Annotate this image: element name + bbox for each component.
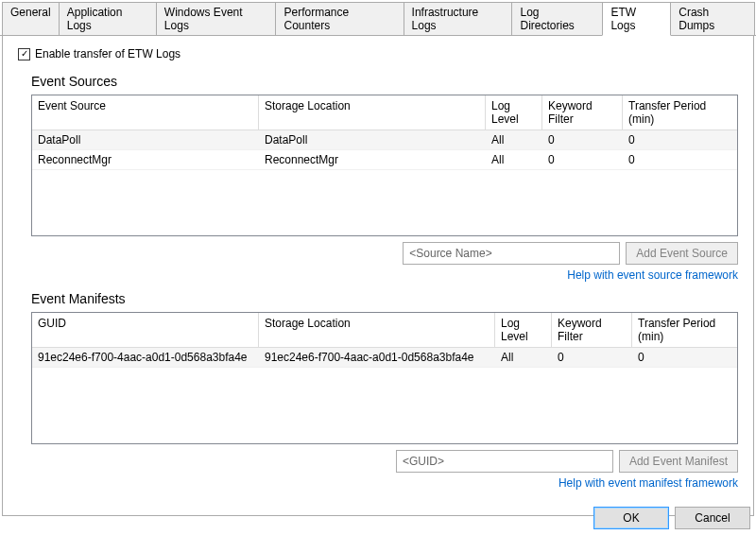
cell-period: 0 — [623, 130, 737, 149]
help-event-manifest-link[interactable]: Help with event manifest framework — [558, 476, 738, 490]
add-event-source-button[interactable]: Add Event Source — [626, 242, 738, 265]
tab-bar: General Application Logs Windows Event L… — [0, 0, 756, 36]
enable-transfer-checkbox[interactable]: ✓ — [18, 48, 30, 60]
event-sources-section: Event Sources Event Source Storage Locat… — [31, 74, 738, 282]
cell-keyword: 0 — [552, 348, 632, 367]
col-guid[interactable]: GUID — [32, 313, 259, 347]
cell-storage: DataPoll — [259, 130, 486, 149]
dialog-buttons: OK Cancel — [593, 507, 750, 529]
tab-windows-event-logs[interactable]: Windows Event Logs — [156, 2, 277, 35]
tab-application-logs[interactable]: Application Logs — [59, 2, 157, 35]
tab-etw-logs[interactable]: ETW Logs — [602, 2, 671, 36]
col-transfer-period[interactable]: Transfer Period (min) — [632, 313, 737, 347]
event-sources-header: Event Source Storage Location Log Level … — [32, 95, 737, 130]
table-row[interactable]: DataPoll DataPoll All 0 0 — [32, 130, 737, 150]
add-source-row: Add Event Source — [31, 242, 738, 265]
source-name-input[interactable] — [403, 242, 620, 265]
cell-source: ReconnectMgr — [32, 150, 259, 169]
guid-input[interactable] — [396, 450, 613, 473]
tab-crash-dumps[interactable]: Crash Dumps — [670, 2, 755, 35]
event-manifests-section: Event Manifests GUID Storage Location Lo… — [31, 291, 738, 490]
tab-performance-counters[interactable]: Performance Counters — [275, 2, 404, 35]
event-manifests-title: Event Manifests — [31, 291, 738, 306]
col-storage-location[interactable]: Storage Location — [259, 313, 495, 347]
add-event-manifest-button[interactable]: Add Event Manifest — [619, 450, 738, 473]
cell-storage: ReconnectMgr — [259, 150, 486, 169]
col-transfer-period[interactable]: Transfer Period (min) — [623, 95, 737, 129]
event-manifests-grid: GUID Storage Location Log Level Keyword … — [31, 312, 738, 444]
cancel-button[interactable]: Cancel — [675, 507, 750, 529]
event-sources-grid: Event Source Storage Location Log Level … — [31, 95, 738, 236]
col-keyword-filter[interactable]: Keyword Filter — [552, 313, 632, 347]
cell-period: 0 — [623, 150, 737, 169]
cell-guid: 91ec24e6-f700-4aac-a0d1-0d568a3bfa4e — [32, 348, 259, 367]
event-sources-title: Event Sources — [31, 74, 738, 89]
event-manifests-body: 91ec24e6-f700-4aac-a0d1-0d568a3bfa4e 91e… — [32, 348, 737, 443]
cell-loglevel: All — [486, 150, 542, 169]
tab-content: ✓ Enable transfer of ETW Logs Event Sour… — [2, 36, 754, 516]
add-manifest-row: Add Event Manifest — [31, 450, 738, 473]
enable-transfer-label: Enable transfer of ETW Logs — [35, 47, 180, 60]
event-sources-body: DataPoll DataPoll All 0 0 ReconnectMgr R… — [32, 130, 737, 235]
tab-log-directories[interactable]: Log Directories — [511, 2, 603, 35]
table-row[interactable]: 91ec24e6-f700-4aac-a0d1-0d568a3bfa4e 91e… — [32, 348, 737, 368]
help-event-source-link[interactable]: Help with event source framework — [567, 268, 738, 282]
col-log-level[interactable]: Log Level — [495, 313, 552, 347]
col-event-source[interactable]: Event Source — [32, 95, 259, 129]
cell-source: DataPoll — [32, 130, 259, 149]
cell-loglevel: All — [495, 348, 552, 367]
cell-loglevel: All — [486, 130, 542, 149]
table-row[interactable]: ReconnectMgr ReconnectMgr All 0 0 — [32, 150, 737, 170]
cell-period: 0 — [632, 348, 737, 367]
tab-general[interactable]: General — [2, 2, 60, 35]
col-storage-location[interactable]: Storage Location — [259, 95, 486, 129]
cell-keyword: 0 — [542, 150, 623, 169]
col-log-level[interactable]: Log Level — [486, 95, 542, 129]
event-manifests-header: GUID Storage Location Log Level Keyword … — [32, 313, 737, 348]
cell-storage: 91ec24e6-f700-4aac-a0d1-0d568a3bfa4e — [259, 348, 495, 367]
col-keyword-filter[interactable]: Keyword Filter — [542, 95, 623, 129]
enable-transfer-row: ✓ Enable transfer of ETW Logs — [18, 47, 738, 60]
tab-infrastructure-logs[interactable]: Infrastructure Logs — [404, 2, 513, 35]
ok-button[interactable]: OK — [593, 507, 669, 529]
cell-keyword: 0 — [542, 130, 623, 149]
